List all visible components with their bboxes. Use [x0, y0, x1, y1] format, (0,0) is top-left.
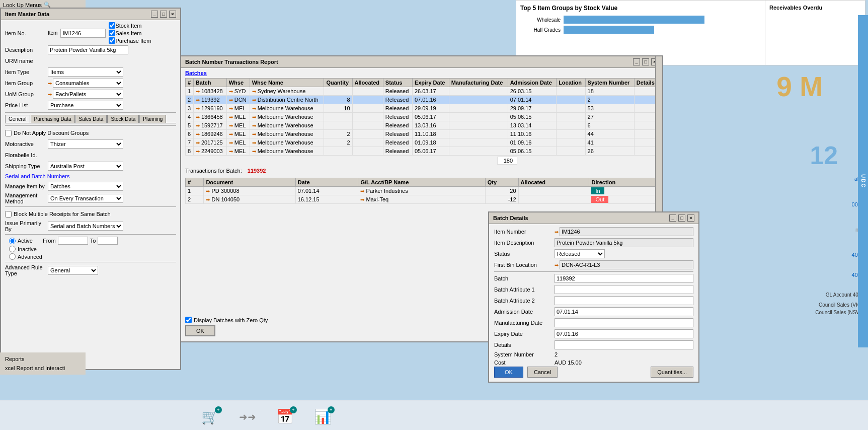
- item-group-select[interactable]: Consumables: [53, 79, 123, 88]
- batch-details-quantities-btn[interactable]: Quantities...: [651, 367, 693, 378]
- tcol-allocated: Allocated: [518, 178, 589, 187]
- maximize-btn[interactable]: □: [160, 11, 167, 18]
- close-btn[interactable]: ×: [169, 11, 176, 18]
- discount-checkbox[interactable]: [5, 130, 12, 136]
- issue-select[interactable]: Serial and Batch Numbers: [48, 222, 123, 231]
- bd-attr1-input[interactable]: [555, 285, 693, 294]
- col-expiry: Expiry Date: [412, 79, 449, 87]
- manage-item-select[interactable]: Batches: [48, 182, 123, 191]
- item-no-input[interactable]: [60, 29, 106, 38]
- shipping-select[interactable]: Australia Post: [48, 162, 123, 171]
- manage-item-row: Manage Item by Batches: [5, 181, 176, 191]
- display-zero-qty-checkbox[interactable]: [185, 317, 192, 323]
- batch-cell-status: Released: [383, 121, 412, 130]
- batch-cell-batch: ➡ 1592717: [193, 121, 226, 130]
- batch-cell-status: Released: [383, 96, 412, 104]
- batch-table-row[interactable]: 1 ➡ 1083428 ➡ SYD ➡ Sydney Warehouse Rel…: [186, 87, 658, 96]
- bd-details-row: Details: [494, 340, 693, 349]
- batch-details-close[interactable]: ×: [687, 214, 694, 222]
- status-radio-group: Active From To Inactive Advanced: [9, 237, 172, 260]
- bd-first-bin-row: First Bin Location ➡: [494, 260, 693, 269]
- tab-general[interactable]: General: [5, 115, 30, 123]
- batch-details-maximize[interactable]: □: [678, 214, 685, 222]
- bd-admission-input[interactable]: [555, 307, 693, 316]
- trans-table-row[interactable]: 2 ➡ DN 104050 16.12.15 ➡ Maxi-Teq -12 Ou…: [186, 195, 658, 204]
- tcol-num: #: [186, 178, 204, 187]
- batch-details-minimize[interactable]: _: [669, 214, 676, 222]
- batch-cell-batch: ➡ 1083428: [193, 87, 226, 96]
- item-master-controls: _ □ ×: [151, 11, 176, 18]
- from-input[interactable]: [58, 237, 88, 245]
- management-method-select[interactable]: On Every Transaction: [48, 194, 123, 203]
- advanced-radio[interactable]: [9, 253, 16, 260]
- sales-item-checkbox[interactable]: [109, 30, 115, 36]
- display-zero-qty-label: Display Batches with Zero Qty: [194, 317, 268, 323]
- active-radio[interactable]: [9, 238, 16, 244]
- uom-group-select[interactable]: Each/Pallets: [53, 90, 123, 99]
- batch-report-minimize[interactable]: _: [633, 58, 640, 65]
- trans-table-row[interactable]: 1 ➡ PD 300008 07.01.14 ➡ Parker Industri…: [186, 187, 658, 195]
- sidebar-reports[interactable]: Reports: [2, 354, 84, 364]
- description-input[interactable]: [48, 45, 128, 54]
- batch-table-row[interactable]: 3 ➡ 1296190 ➡ MEL ➡ Melbourne Warehouse …: [186, 104, 658, 113]
- adv-rule-select[interactable]: General: [48, 266, 98, 275]
- batch-cell-whse: ➡ MEL: [226, 130, 250, 138]
- block-checkbox[interactable]: [5, 211, 12, 218]
- serial-batch-link[interactable]: Serial and Batch Numbers: [5, 173, 176, 179]
- batch-cell-sysnum: 27: [585, 113, 634, 121]
- batch-table-row[interactable]: 5 ➡ 1592717 ➡ MEL ➡ Melbourne Warehouse …: [186, 121, 658, 130]
- batch-table-row[interactable]: 4 ➡ 1366458 ➡ MEL ➡ Melbourne Warehouse …: [186, 113, 658, 121]
- batch-table-row[interactable]: 8 ➡ 2249003 ➡ MEL ➡ Melbourne Warehouse …: [186, 147, 658, 156]
- bd-expiry-input[interactable]: [555, 329, 693, 338]
- minimize-btn[interactable]: _: [151, 11, 158, 18]
- sidebar-excel[interactable]: xcel Report and Interacti: [2, 364, 84, 373]
- description-label: Description: [5, 47, 48, 53]
- item-master-form: Item No. Item Stock Item Sales Item Purc…: [1, 20, 180, 279]
- calendar-nav-icon[interactable]: 📅 +: [276, 408, 294, 425]
- batch-details-ok-btn[interactable]: OK: [494, 367, 523, 378]
- batch-report-ok-btn[interactable]: OK: [185, 325, 215, 336]
- batch-cell-location: [557, 147, 585, 156]
- batches-section-title[interactable]: Batches: [181, 68, 662, 78]
- trans-cell-date: 16.12.15: [295, 195, 358, 204]
- tab-planning[interactable]: Planning: [139, 115, 166, 123]
- price-list-select[interactable]: Purchase: [48, 101, 123, 110]
- batch-cell-admission: 07.01.14: [508, 96, 556, 104]
- batch-cell-whse-name: ➡ Sydney Warehouse: [250, 87, 324, 96]
- batch-cell-whse: ➡ DCN: [226, 96, 250, 104]
- batch-cell-status: Released: [383, 130, 412, 138]
- inactive-radio[interactable]: [9, 246, 16, 252]
- purchase-item-check: Purchase Item: [109, 37, 151, 44]
- bd-status-select[interactable]: Released: [555, 249, 605, 258]
- bd-attr2-input[interactable]: [555, 296, 693, 305]
- purchase-item-checkbox[interactable]: [109, 37, 115, 44]
- item-master-title: Item Master Data: [5, 11, 49, 17]
- tab-sales[interactable]: Sales Data: [75, 115, 107, 123]
- batch-table-row[interactable]: 2 ➡ 119392 ➡ DCN ➡ Distribution Centre N…: [186, 96, 658, 104]
- batch-table-row[interactable]: 7 ➡ 2017125 ➡ MEL ➡ Melbourne Warehouse …: [186, 138, 658, 147]
- batch-cell-mfg: [449, 130, 508, 138]
- cart-nav-icon[interactable]: 🛒 +: [201, 408, 219, 425]
- manage-item-label: Manage Item by: [5, 183, 48, 189]
- separator-5: [5, 262, 176, 262]
- bd-attr1-label: Batch Attribute 1: [494, 286, 555, 293]
- adv-rule-row: Advanced Rule Type General: [5, 264, 176, 276]
- to-input[interactable]: [98, 237, 118, 245]
- bd-mfg-input[interactable]: [555, 318, 693, 327]
- tab-stock[interactable]: Stock Data: [107, 115, 139, 123]
- piechart-nav-icon[interactable]: 📊 +: [314, 408, 332, 425]
- separator-3: [5, 206, 176, 207]
- stock-item-checkbox[interactable]: [109, 22, 115, 29]
- batch-cell-mfg: [449, 113, 508, 121]
- batch-cell-num: 4: [186, 113, 194, 121]
- batch-details-cancel-btn[interactable]: Cancel: [527, 367, 558, 378]
- bd-details-input[interactable]: [555, 340, 693, 349]
- batch-report-maximize[interactable]: □: [642, 58, 649, 65]
- item-type-select[interactable]: Items: [48, 67, 123, 77]
- bd-batch-input[interactable]: [555, 274, 693, 283]
- motoractive-select[interactable]: Thizer: [48, 139, 123, 149]
- bar-label-halfgrades: Half Grades: [520, 27, 561, 33]
- batch-table-row[interactable]: 6 ➡ 1869246 ➡ MEL ➡ Melbourne Warehouse …: [186, 130, 658, 138]
- bd-item-desc-row: Item Description: [494, 238, 693, 247]
- tab-purchasing[interactable]: Purchasing Data: [31, 115, 75, 123]
